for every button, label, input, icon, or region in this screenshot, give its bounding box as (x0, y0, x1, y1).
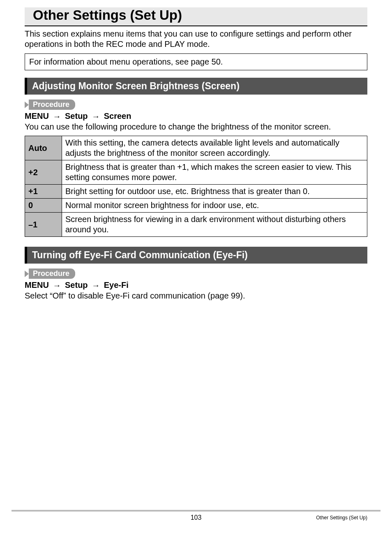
footer-content: 103 Other Settings (Set Up) (0, 514, 392, 530)
row-label: +1 (25, 185, 62, 199)
menu-path-eyefi: MENU → Setup → Eye-Fi (25, 280, 367, 290)
menu-path-part: Setup (65, 111, 88, 120)
arrow-right-icon: → (53, 112, 61, 121)
arrow-right-icon: → (92, 281, 100, 290)
row-text: Normal monitor screen brightness for ind… (62, 199, 367, 213)
arrow-right-icon: → (53, 281, 61, 290)
info-box: For information about menu operations, s… (25, 53, 367, 70)
page-footer: 103 Other Settings (Set Up) (0, 510, 392, 530)
menu-path-screen: MENU → Setup → Screen (25, 111, 367, 121)
procedure-indicator: Procedure (25, 100, 367, 110)
row-label: +2 (25, 160, 62, 185)
section-heading-eyefi: Turning off Eye-Fi Card Communication (E… (25, 247, 367, 264)
page-number: 103 (99, 514, 293, 521)
row-text: Brightness that is greater than +1, whic… (62, 160, 367, 185)
brightness-table: Auto With this setting, the camera detec… (25, 136, 367, 237)
row-text: With this setting, the camera detects av… (62, 136, 367, 160)
menu-path-part: Screen (104, 111, 131, 120)
intro-text: This section explains menu items that yo… (25, 29, 367, 49)
table-row: 0 Normal monitor screen brightness for i… (25, 199, 367, 213)
procedure-label: Procedure (29, 269, 75, 279)
page-title: Other Settings (Set Up) (25, 7, 367, 23)
menu-path-part: Setup (65, 280, 88, 289)
chevron-right-icon (25, 271, 29, 277)
table-row: +2 Brightness that is greater than +1, w… (25, 160, 367, 185)
row-text: Bright setting for outdoor use, etc. Bri… (62, 185, 367, 199)
row-text: Screen brightness for viewing in a dark … (62, 213, 367, 237)
menu-path-part: MENU (25, 111, 49, 120)
table-row: –1 Screen brightness for viewing in a da… (25, 213, 367, 237)
section2-description: Select “Off” to disable Eye-Fi card comm… (25, 291, 367, 301)
procedure-label: Procedure (29, 100, 75, 110)
row-label: Auto (25, 136, 62, 160)
chevron-right-icon (25, 102, 29, 108)
page: Other Settings (Set Up) This section exp… (0, 0, 392, 530)
arrow-right-icon: → (92, 112, 100, 121)
title-underline-box: Other Settings (Set Up) (25, 7, 367, 26)
row-label: –1 (25, 213, 62, 237)
procedure-indicator: Procedure (25, 269, 367, 279)
section-heading-screen: Adjusting Monitor Screen Brightness (Scr… (25, 78, 367, 95)
table-row: Auto With this setting, the camera detec… (25, 136, 367, 160)
menu-path-part: Eye-Fi (104, 280, 129, 289)
footer-divider (12, 510, 380, 512)
menu-path-part: MENU (25, 280, 49, 289)
section1-description: You can use the following procedure to c… (25, 122, 367, 132)
footer-chapter: Other Settings (Set Up) (293, 515, 367, 521)
row-label: 0 (25, 199, 62, 213)
table-row: +1 Bright setting for outdoor use, etc. … (25, 185, 367, 199)
